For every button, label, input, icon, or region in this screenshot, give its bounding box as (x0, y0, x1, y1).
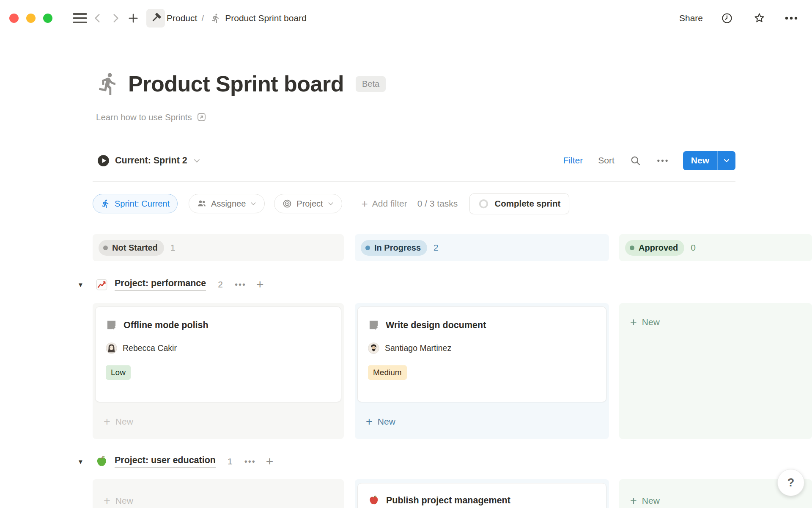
learn-sprints-label: Learn how to use Sprints (96, 112, 192, 122)
avatar-rebecca (106, 342, 117, 354)
card-title: Write design document (386, 320, 486, 331)
chevron-down-icon (193, 157, 201, 165)
clock-icon (721, 12, 733, 24)
minimize-window-button[interactable] (26, 14, 36, 23)
zoom-window-button[interactable] (43, 14, 52, 23)
close-window-button[interactable] (9, 14, 19, 23)
status-pill-not-started[interactable]: Not Started (99, 240, 164, 256)
tasks-count: 0 / 3 tasks (417, 199, 458, 209)
view-more-button[interactable] (656, 154, 669, 167)
group-header-user-education: ▼ Project: user education 1 ••• + (77, 451, 273, 472)
new-card-button-approved[interactable]: + New (630, 313, 660, 331)
view-label: Current: Sprint 2 (115, 155, 187, 166)
new-dropdown-button[interactable] (717, 151, 735, 170)
view-toolbar: Current: Sprint 2 Filter Sort New (97, 149, 735, 172)
teamspace-icon-box[interactable] (146, 9, 165, 28)
hammer-icon (150, 12, 162, 24)
project-filter-pill[interactable]: Project (274, 194, 342, 213)
assignee-filter-pill[interactable]: Assignee (189, 194, 265, 213)
share-button[interactable]: Share (678, 11, 704, 25)
filter-button[interactable]: Filter (562, 155, 584, 166)
updates-button[interactable] (718, 9, 736, 27)
card-offline-mode-polish[interactable]: Offline mode polish Rebecca Cakir Low (95, 306, 341, 402)
more-options-button[interactable] (782, 9, 800, 27)
chevron-left-icon (92, 13, 103, 24)
page-title[interactable]: Product Sprint board (128, 71, 344, 97)
status-pill-approved[interactable]: Approved (625, 240, 684, 256)
learn-sprints-link[interactable]: Learn how to use Sprints (96, 112, 207, 122)
avatar-santiago (368, 342, 379, 354)
breadcrumb-page[interactable]: Product Sprint board (225, 13, 307, 23)
page-runner-icon (96, 72, 121, 96)
card-publish-project-management[interactable]: Publish project management (357, 483, 606, 508)
card-title: Publish project management (386, 495, 510, 506)
card-write-design-document[interactable]: Write design document Santiago Martinez … (357, 306, 606, 402)
complete-sprint-button[interactable]: Complete sprint (469, 193, 569, 214)
group-add-button[interactable]: + (266, 455, 274, 468)
add-filter-button[interactable]: + Add filter (359, 197, 410, 211)
collapse-triangle-icon[interactable]: ▼ (77, 458, 87, 465)
new-button[interactable]: New (683, 151, 717, 170)
toolbar-divider (93, 181, 735, 182)
plus-icon: + (366, 416, 373, 428)
beta-badge: Beta (356, 76, 386, 92)
sprint-filter-label: Sprint: Current (115, 199, 170, 209)
status-pill-in-progress[interactable]: In Progress (361, 240, 427, 256)
view-switcher[interactable]: Current: Sprint 2 (97, 155, 201, 167)
column-header-not-started: Not Started 1 (93, 234, 344, 261)
chevron-right-icon (110, 13, 121, 24)
plus-icon: + (362, 197, 368, 210)
complete-sprint-label: Complete sprint (494, 199, 560, 209)
search-icon (630, 155, 641, 166)
sort-button[interactable]: Sort (597, 155, 615, 166)
new-card-button-not-started[interactable]: + New (104, 492, 133, 508)
target-icon (282, 199, 292, 209)
new-card-button-approved[interactable]: + New (630, 492, 660, 508)
star-icon (753, 12, 765, 24)
task-page-icon (106, 320, 117, 331)
group-title[interactable]: Project: performance (115, 278, 206, 291)
chevron-down-icon (722, 156, 731, 165)
group-count: 2 (218, 279, 223, 290)
new-page-button[interactable] (124, 9, 142, 27)
column-count: 0 (691, 243, 696, 253)
people-icon (197, 199, 207, 209)
group-title[interactable]: Project: user education (115, 455, 216, 468)
help-button[interactable]: ? (777, 469, 804, 496)
history-back-button[interactable] (89, 9, 107, 27)
card-assignee-name: Santiago Martinez (385, 343, 451, 353)
ellipsis-icon (785, 17, 798, 20)
column-header-approved: Approved 0 (619, 234, 812, 261)
window-controls (9, 14, 52, 23)
priority-badge-low: Low (106, 365, 131, 380)
history-forward-button[interactable] (107, 9, 124, 27)
breadcrumb-teamspace[interactable]: Product (167, 13, 197, 23)
breadcrumb-separator: / (201, 13, 204, 23)
group-more-button[interactable]: ••• (235, 280, 246, 290)
new-card-button-not-started[interactable]: + New (104, 413, 133, 431)
plus-icon: + (630, 317, 637, 328)
status-dot (365, 246, 370, 250)
search-button[interactable] (629, 154, 642, 167)
column-label: Not Started (112, 243, 158, 253)
favorite-button[interactable] (750, 9, 768, 27)
group-header-performance: ▼ Project: performance 2 ••• + (77, 274, 264, 295)
sprint-filter-pill[interactable]: Sprint: Current (93, 194, 178, 213)
status-dot (103, 246, 108, 250)
new-card-button-in-progress[interactable]: + New (366, 413, 395, 431)
group-add-button[interactable]: + (256, 278, 264, 291)
assignee-filter-label: Assignee (211, 199, 246, 209)
group-count: 1 (228, 456, 233, 467)
progress-ring-icon (478, 199, 489, 209)
column-count: 2 (433, 243, 439, 253)
hamburger-icon (73, 13, 87, 24)
card-assignee-name: Rebecca Cakir (123, 343, 177, 353)
collapse-triangle-icon[interactable]: ▼ (77, 281, 87, 288)
chart-increasing-icon (95, 278, 108, 291)
sidebar-toggle-button[interactable] (71, 9, 89, 27)
plus-icon (127, 12, 139, 24)
group-more-button[interactable]: ••• (244, 457, 256, 467)
topbar: Product / Product Sprint board Share (0, 0, 812, 36)
page-header: Product Sprint board Beta (96, 71, 386, 97)
runner-icon (211, 13, 221, 23)
